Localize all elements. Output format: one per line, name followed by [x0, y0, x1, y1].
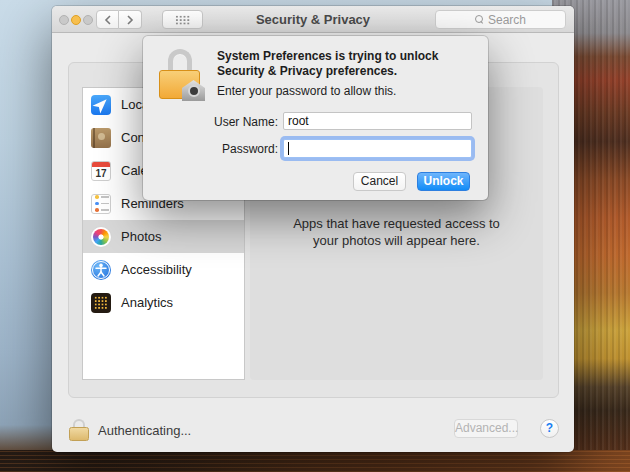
empty-state-text: Apps that have requested access to your …: [287, 215, 507, 249]
sidebar-item-label: Photos: [121, 229, 161, 244]
search-icon: [475, 15, 484, 24]
wallpaper-water: [0, 450, 630, 472]
username-label: User Name:: [143, 115, 278, 129]
location-icon: [91, 95, 111, 115]
sidebar-item-label: Accessibility: [121, 262, 192, 277]
sidebar-item-photos[interactable]: Photos: [83, 220, 244, 253]
password-label: Password:: [143, 142, 278, 156]
accessibility-icon: [91, 260, 111, 280]
unlock-auth-dialog: System Preferences is trying to unlock S…: [143, 36, 488, 200]
help-button[interactable]: ?: [540, 419, 559, 438]
search-placeholder: Search: [488, 13, 526, 27]
photos-icon: [91, 227, 111, 247]
username-field[interactable]: [283, 112, 472, 130]
advanced-button: Advanced...: [454, 419, 518, 438]
sidebar-item-accessibility[interactable]: Accessibility: [83, 253, 244, 286]
password-field[interactable]: [283, 139, 472, 158]
unlock-button[interactable]: Unlock: [417, 172, 470, 191]
sidebar-item-analytics[interactable]: Analytics: [83, 286, 244, 319]
dialog-lock-icon: [159, 49, 207, 101]
text-caret: [288, 142, 289, 155]
calendar-icon: 17: [91, 161, 111, 181]
search-input[interactable]: Search: [435, 10, 566, 29]
dialog-subtitle: Enter your password to allow this.: [217, 84, 396, 98]
authenticating-status: Authenticating...: [98, 423, 191, 438]
contacts-icon: [91, 128, 111, 148]
reminders-icon: [91, 194, 111, 214]
sidebar-item-label: Analytics: [121, 295, 173, 310]
dialog-title: System Preferences is trying to unlock S…: [217, 49, 479, 79]
analytics-icon: [91, 293, 111, 313]
footer-lock-icon[interactable]: [69, 419, 89, 441]
cancel-button[interactable]: Cancel: [353, 172, 406, 191]
titlebar: Security & Privacy Search: [52, 6, 574, 33]
